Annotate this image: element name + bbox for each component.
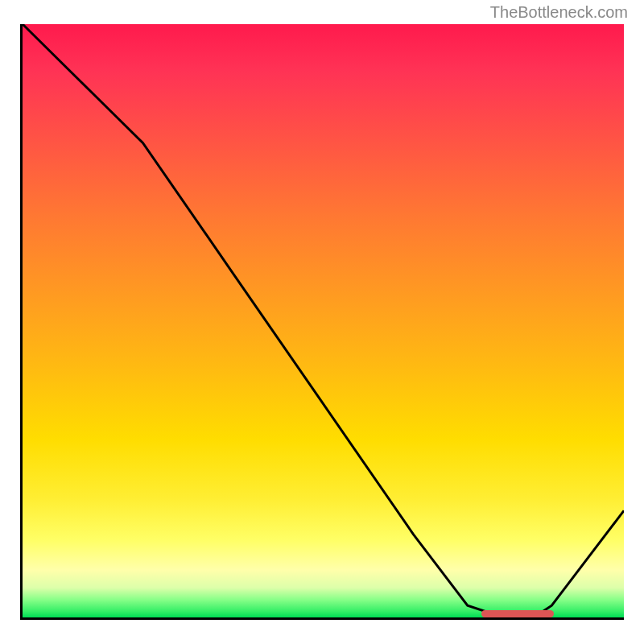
watermark-text: TheBottleneck.com <box>490 3 628 22</box>
chart-container <box>20 24 624 620</box>
gradient-background <box>23 24 624 617</box>
optimal-range-marker <box>481 610 554 617</box>
